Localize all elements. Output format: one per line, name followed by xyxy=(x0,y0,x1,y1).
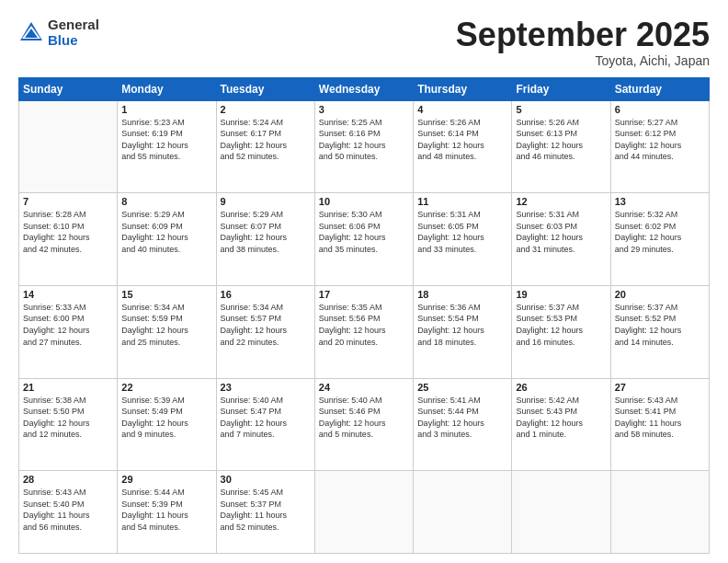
day-number: 23 xyxy=(221,382,311,393)
day-number: 28 xyxy=(23,474,113,485)
day-info: Sunrise: 5:27 AM Sunset: 6:12 PM Dayligh… xyxy=(615,117,705,163)
day-info: Sunrise: 5:40 AM Sunset: 5:46 PM Dayligh… xyxy=(319,395,409,441)
logo-general: General xyxy=(48,17,99,32)
calendar-header-row: SundayMondayTuesdayWednesdayThursdayFrid… xyxy=(19,77,710,100)
calendar-cell: 17Sunrise: 5:35 AM Sunset: 5:56 PM Dayli… xyxy=(314,285,413,378)
day-info: Sunrise: 5:31 AM Sunset: 6:05 PM Dayligh… xyxy=(417,209,507,255)
calendar-week-row: 7Sunrise: 5:28 AM Sunset: 6:10 PM Daylig… xyxy=(19,193,710,286)
day-info: Sunrise: 5:31 AM Sunset: 6:03 PM Dayligh… xyxy=(516,209,606,255)
day-info: Sunrise: 5:30 AM Sunset: 6:06 PM Dayligh… xyxy=(319,209,409,255)
month-title: September 2025 xyxy=(456,17,710,53)
calendar-day-header: Monday xyxy=(118,77,216,100)
calendar-cell: 3Sunrise: 5:25 AM Sunset: 6:16 PM Daylig… xyxy=(314,100,413,193)
calendar-day-header: Friday xyxy=(512,77,610,100)
day-info: Sunrise: 5:36 AM Sunset: 5:54 PM Dayligh… xyxy=(417,302,507,348)
day-number: 20 xyxy=(615,289,705,300)
day-info: Sunrise: 5:41 AM Sunset: 5:44 PM Dayligh… xyxy=(417,395,507,441)
header: General Blue September 2025 Toyota, Aich… xyxy=(18,17,710,68)
calendar-week-row: 21Sunrise: 5:38 AM Sunset: 5:50 PM Dayli… xyxy=(19,378,710,471)
day-number: 2 xyxy=(221,104,311,115)
day-number: 12 xyxy=(516,196,606,207)
calendar-cell: 20Sunrise: 5:37 AM Sunset: 5:52 PM Dayli… xyxy=(610,285,709,378)
day-number: 30 xyxy=(221,474,311,485)
day-info: Sunrise: 5:42 AM Sunset: 5:43 PM Dayligh… xyxy=(516,395,606,441)
calendar-cell: 7Sunrise: 5:28 AM Sunset: 6:10 PM Daylig… xyxy=(19,193,118,286)
calendar-cell: 30Sunrise: 5:45 AM Sunset: 5:37 PM Dayli… xyxy=(216,471,314,554)
day-number: 19 xyxy=(516,289,606,300)
day-number: 15 xyxy=(121,289,211,300)
page: General Blue September 2025 Toyota, Aich… xyxy=(0,0,728,563)
day-number: 22 xyxy=(121,382,211,393)
logo-text: General Blue xyxy=(48,17,99,49)
calendar-day-header: Saturday xyxy=(610,77,709,100)
day-info: Sunrise: 5:34 AM Sunset: 5:59 PM Dayligh… xyxy=(121,302,211,348)
day-info: Sunrise: 5:38 AM Sunset: 5:50 PM Dayligh… xyxy=(23,395,113,441)
day-info: Sunrise: 5:35 AM Sunset: 5:56 PM Dayligh… xyxy=(319,302,409,348)
calendar-cell xyxy=(512,471,610,554)
calendar-week-row: 1Sunrise: 5:23 AM Sunset: 6:19 PM Daylig… xyxy=(19,100,710,193)
calendar-cell: 12Sunrise: 5:31 AM Sunset: 6:03 PM Dayli… xyxy=(512,193,610,286)
calendar-cell: 21Sunrise: 5:38 AM Sunset: 5:50 PM Dayli… xyxy=(19,378,118,471)
day-info: Sunrise: 5:28 AM Sunset: 6:10 PM Dayligh… xyxy=(23,209,113,255)
calendar-cell: 23Sunrise: 5:40 AM Sunset: 5:47 PM Dayli… xyxy=(216,378,314,471)
calendar-cell: 28Sunrise: 5:43 AM Sunset: 5:40 PM Dayli… xyxy=(19,471,118,554)
calendar-day-header: Wednesday xyxy=(314,77,413,100)
day-info: Sunrise: 5:39 AM Sunset: 5:49 PM Dayligh… xyxy=(121,395,211,441)
calendar-cell: 5Sunrise: 5:26 AM Sunset: 6:13 PM Daylig… xyxy=(512,100,610,193)
day-number: 4 xyxy=(417,104,507,115)
logo-icon xyxy=(18,20,44,46)
calendar-cell xyxy=(414,471,512,554)
calendar-cell: 19Sunrise: 5:37 AM Sunset: 5:53 PM Dayli… xyxy=(512,285,610,378)
day-info: Sunrise: 5:33 AM Sunset: 6:00 PM Dayligh… xyxy=(23,302,113,348)
calendar-cell: 24Sunrise: 5:40 AM Sunset: 5:46 PM Dayli… xyxy=(314,378,413,471)
day-info: Sunrise: 5:44 AM Sunset: 5:39 PM Dayligh… xyxy=(121,487,211,533)
day-number: 25 xyxy=(417,382,507,393)
day-info: Sunrise: 5:26 AM Sunset: 6:13 PM Dayligh… xyxy=(516,117,606,163)
day-number: 8 xyxy=(121,196,211,207)
calendar-cell: 10Sunrise: 5:30 AM Sunset: 6:06 PM Dayli… xyxy=(314,193,413,286)
calendar-body: 1Sunrise: 5:23 AM Sunset: 6:19 PM Daylig… xyxy=(19,100,710,553)
day-number: 10 xyxy=(319,196,409,207)
calendar-cell xyxy=(610,471,709,554)
calendar-week-row: 14Sunrise: 5:33 AM Sunset: 6:00 PM Dayli… xyxy=(19,285,710,378)
day-number: 14 xyxy=(23,289,113,300)
day-info: Sunrise: 5:37 AM Sunset: 5:52 PM Dayligh… xyxy=(615,302,705,348)
day-number: 11 xyxy=(417,196,507,207)
calendar-cell: 2Sunrise: 5:24 AM Sunset: 6:17 PM Daylig… xyxy=(216,100,314,193)
logo: General Blue xyxy=(18,17,99,49)
day-info: Sunrise: 5:43 AM Sunset: 5:40 PM Dayligh… xyxy=(23,487,113,533)
calendar-table: SundayMondayTuesdayWednesdayThursdayFrid… xyxy=(18,77,710,554)
day-info: Sunrise: 5:29 AM Sunset: 6:09 PM Dayligh… xyxy=(121,209,211,255)
logo-blue: Blue xyxy=(48,32,78,48)
day-number: 3 xyxy=(319,104,409,115)
calendar-cell: 16Sunrise: 5:34 AM Sunset: 5:57 PM Dayli… xyxy=(216,285,314,378)
day-info: Sunrise: 5:43 AM Sunset: 5:41 PM Dayligh… xyxy=(615,395,705,441)
day-info: Sunrise: 5:40 AM Sunset: 5:47 PM Dayligh… xyxy=(221,395,311,441)
calendar-week-row: 28Sunrise: 5:43 AM Sunset: 5:40 PM Dayli… xyxy=(19,471,710,554)
calendar-cell: 26Sunrise: 5:42 AM Sunset: 5:43 PM Dayli… xyxy=(512,378,610,471)
calendar-cell: 15Sunrise: 5:34 AM Sunset: 5:59 PM Dayli… xyxy=(118,285,216,378)
day-number: 26 xyxy=(516,382,606,393)
day-number: 16 xyxy=(221,289,311,300)
day-number: 13 xyxy=(615,196,705,207)
day-info: Sunrise: 5:25 AM Sunset: 6:16 PM Dayligh… xyxy=(319,117,409,163)
day-info: Sunrise: 5:29 AM Sunset: 6:07 PM Dayligh… xyxy=(221,209,311,255)
calendar-cell: 6Sunrise: 5:27 AM Sunset: 6:12 PM Daylig… xyxy=(610,100,709,193)
calendar-cell: 29Sunrise: 5:44 AM Sunset: 5:39 PM Dayli… xyxy=(118,471,216,554)
calendar-day-header: Thursday xyxy=(414,77,512,100)
calendar-cell xyxy=(19,100,118,193)
calendar-cell: 27Sunrise: 5:43 AM Sunset: 5:41 PM Dayli… xyxy=(610,378,709,471)
calendar-cell: 1Sunrise: 5:23 AM Sunset: 6:19 PM Daylig… xyxy=(118,100,216,193)
calendar-day-header: Sunday xyxy=(19,77,118,100)
calendar-day-header: Tuesday xyxy=(216,77,314,100)
calendar-cell: 9Sunrise: 5:29 AM Sunset: 6:07 PM Daylig… xyxy=(216,193,314,286)
day-number: 9 xyxy=(221,196,311,207)
day-number: 17 xyxy=(319,289,409,300)
calendar-cell: 18Sunrise: 5:36 AM Sunset: 5:54 PM Dayli… xyxy=(414,285,512,378)
calendar-cell: 14Sunrise: 5:33 AM Sunset: 6:00 PM Dayli… xyxy=(19,285,118,378)
day-number: 1 xyxy=(121,104,211,115)
location: Toyota, Aichi, Japan xyxy=(456,53,710,68)
day-info: Sunrise: 5:23 AM Sunset: 6:19 PM Dayligh… xyxy=(121,117,211,163)
day-info: Sunrise: 5:32 AM Sunset: 6:02 PM Dayligh… xyxy=(615,209,705,255)
calendar-cell: 11Sunrise: 5:31 AM Sunset: 6:05 PM Dayli… xyxy=(414,193,512,286)
